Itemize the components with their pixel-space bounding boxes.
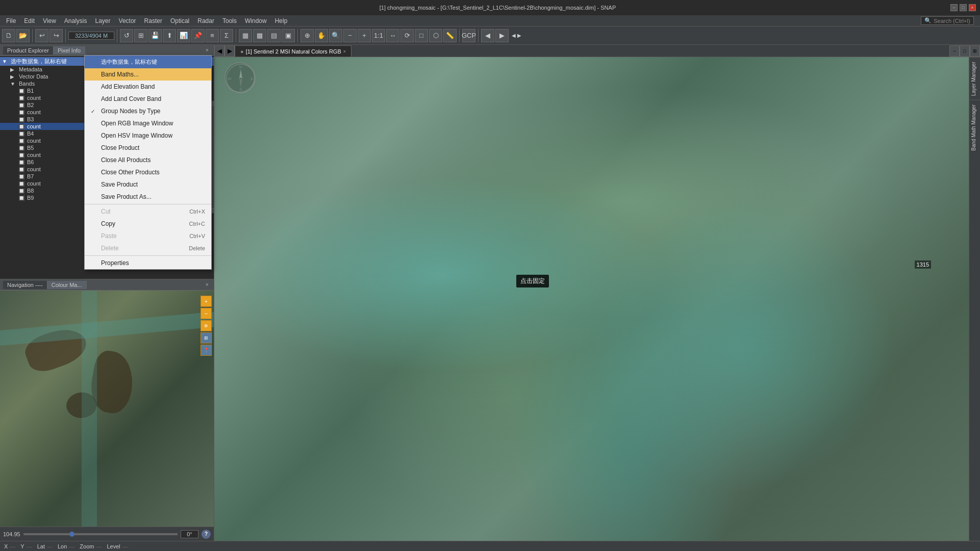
b9-label: B9 [27, 195, 34, 201]
menu-radar[interactable]: Radar [193, 16, 218, 25]
b7count-label: count [27, 180, 41, 187]
rotate-btn[interactable]: ⟳ [400, 29, 414, 42]
window-controls[interactable]: − □ × [950, 4, 976, 11]
band-icon: 🔲 [18, 145, 26, 151]
save-button[interactable]: 💾 [148, 29, 162, 42]
maximize-button[interactable]: □ [960, 4, 967, 11]
zoom-in-btn[interactable]: 🔍 [329, 29, 342, 42]
toolbar-separator-4 [236, 29, 236, 42]
move-btn[interactable]: ↔ [386, 29, 399, 42]
menu-analysis[interactable]: Analysis [60, 16, 91, 25]
menu-file[interactable]: File [2, 16, 20, 25]
tab-nav-left[interactable]: ◀ [214, 45, 224, 57]
layer-button[interactable]: ≡ [206, 29, 219, 42]
close-button[interactable]: × [969, 4, 976, 11]
sum-button[interactable]: Σ [220, 29, 233, 42]
svg-text:S: S [239, 87, 242, 92]
toolbar-separator-2 [65, 29, 66, 42]
open-button[interactable]: 📂 [16, 29, 30, 42]
nav-slider[interactable] [23, 533, 178, 535]
menu-raster[interactable]: Raster [140, 16, 166, 25]
navigation-controls-bar: 104.95 ? [0, 527, 214, 541]
tab-expand-btn[interactable]: ⊞ [970, 45, 980, 57]
rect-btn[interactable]: □ [415, 29, 428, 42]
new-button[interactable]: 🗋 [2, 29, 15, 42]
menubar: File Edit View Analysis Layer Vector Ras… [0, 15, 980, 27]
undo-button[interactable]: ↩ [35, 29, 48, 42]
help-button[interactable]: ? [202, 530, 211, 539]
target-btn[interactable]: ⊕ [300, 29, 314, 42]
menu-layer[interactable]: Layer [91, 16, 115, 25]
arrow-left-btn[interactable]: ◀ [481, 29, 494, 42]
zoom-fit-btn[interactable]: + [358, 29, 371, 42]
nav-sync[interactable]: ⊞ [200, 332, 212, 344]
toolbar-nav-label: ◀ ▶ [512, 33, 521, 38]
toolbar-separator-6 [459, 29, 460, 42]
tab-nav-right[interactable]: ▶ [224, 45, 235, 57]
image-and-panels: N E S W 点击固定 [214, 57, 980, 541]
b5-label: B5 [27, 145, 34, 151]
navigation-panel: Navigation ---- Colour Ma... × [0, 279, 214, 541]
minimize-button[interactable]: − [950, 4, 958, 11]
refresh-button[interactable]: ↺ [120, 29, 133, 42]
toolbar-separator-7 [478, 29, 479, 42]
band-icon: 🔲 [18, 95, 26, 101]
nav-pin[interactable]: 📍 [200, 345, 212, 356]
graph-button[interactable]: ⊞ [134, 29, 147, 42]
menu-optical[interactable]: Optical [166, 16, 193, 25]
panel-close-button[interactable]: × [204, 47, 211, 54]
river-overlay [214, 57, 969, 541]
river-h [0, 312, 214, 346]
main-toolbar: 🗋 📂 ↩ ↪ 3233/4904 M ↺ ⊞ 💾 ⬆ 📊 📌 ≡ Σ ▦ ▩ … [0, 27, 980, 45]
tab-minimize-btn[interactable]: − [949, 45, 960, 57]
menu-window[interactable]: Window [241, 16, 271, 25]
tab-pixel-info[interactable]: Pixel Info [54, 46, 85, 55]
svg-marker-5 [239, 69, 242, 78]
poly-btn[interactable]: ⬡ [429, 29, 442, 42]
band-btn1[interactable]: ▦ [239, 29, 252, 42]
pin-button[interactable]: 📌 [191, 29, 205, 42]
layer-manager-panel[interactable]: Layer Manager [969, 57, 980, 100]
nav-zoom-fit[interactable]: ⊕ [200, 320, 212, 331]
rotation-input[interactable] [181, 530, 198, 538]
menu-help[interactable]: Help [271, 16, 292, 25]
folder-icon: ▶ [10, 67, 17, 72]
menu-edit[interactable]: Edit [20, 16, 39, 25]
redo-button[interactable]: ↪ [49, 29, 63, 42]
gcp-btn[interactable]: GCP [462, 29, 475, 42]
tab-product-explorer[interactable]: Product Explorer [3, 46, 54, 55]
export-button[interactable]: ⬆ [163, 29, 176, 42]
band-btn2[interactable]: ▩ [253, 29, 266, 42]
navigation-header: Navigation ---- Colour Ma... × [0, 279, 214, 291]
chart-button[interactable]: 📊 [177, 29, 190, 42]
nav-slider-thumb[interactable] [69, 532, 74, 537]
tab-navigation[interactable]: Navigation ---- [3, 281, 47, 289]
x-sep: — [10, 543, 15, 549]
arrow-right-btn[interactable]: ▶ [495, 29, 509, 42]
tab-maximize-btn[interactable]: □ [960, 45, 970, 57]
nav-zoom-in[interactable]: + [200, 296, 212, 307]
band-btn4[interactable]: ▣ [282, 29, 295, 42]
menu-view[interactable]: View [39, 16, 60, 25]
menu-vector[interactable]: Vector [115, 16, 140, 25]
band-btn3[interactable]: ▤ [267, 29, 281, 42]
menu-tools[interactable]: Tools [218, 16, 241, 25]
zoom-out-btn[interactable]: − [343, 29, 357, 42]
svg-text:E: E [250, 76, 253, 81]
nav-zoom-out[interactable]: − [200, 308, 212, 319]
nav-thumbnail [0, 291, 214, 527]
coord-display: 3233/4904 M [68, 32, 114, 40]
search-bar[interactable]: 🔍 Search (Ctrl+I) [921, 16, 974, 25]
nav-panel-close[interactable]: × [204, 281, 211, 288]
status-y: Y — [20, 543, 32, 549]
tab-close-button[interactable]: × [343, 49, 346, 54]
band-math-panel[interactable]: Band Math Manager [969, 100, 980, 155]
tab-colour-map[interactable]: Colour Ma... [47, 281, 87, 289]
pan-btn[interactable]: ✋ [315, 29, 328, 42]
image-tab-1[interactable]: ● [1] Sentinel 2 MSI Natural Colors RGB … [235, 45, 351, 57]
image-viewport[interactable]: N E S W 点击固定 [214, 57, 969, 541]
measure-btn[interactable]: 📏 [443, 29, 457, 42]
zoom-1-1-btn[interactable]: 1:1 [372, 29, 385, 42]
compass-svg: N E S W [225, 63, 256, 94]
zoom-label: Zoom [80, 543, 94, 549]
